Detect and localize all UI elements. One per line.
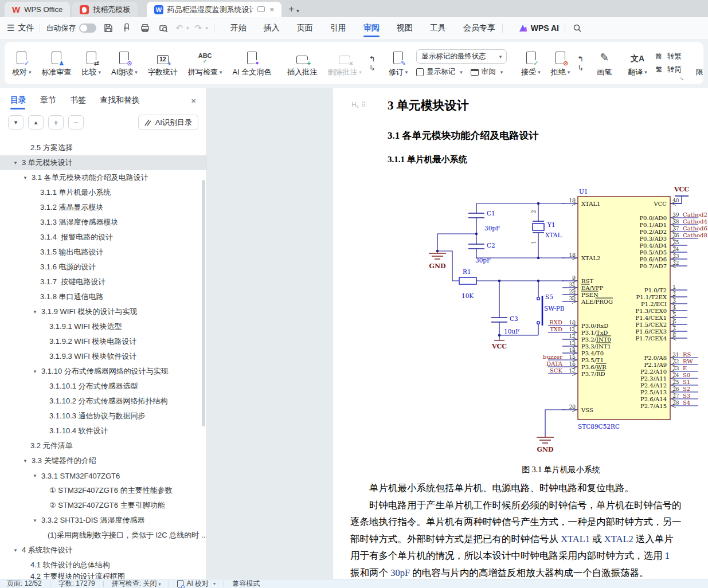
tab-wps-office[interactable]: W WPS Office — [5, 2, 70, 17]
file-menu-button[interactable]: ☰ 文件 — [7, 23, 34, 33]
ink-pen-button[interactable]: ✎ 画笔 — [592, 45, 617, 81]
expand-triangle-icon[interactable]: ▼ — [33, 369, 41, 374]
toc-item[interactable]: 3.1.4 报警电路的设计 — [0, 230, 206, 245]
tab-contents[interactable]: 目录 — [10, 89, 26, 112]
toc-item[interactable]: ▼3.1 各单元模块功能介绍及电路设计 — [0, 170, 206, 185]
undo-button[interactable]: ↶ — [175, 23, 183, 33]
toc-item[interactable]: 3.2 元件清单 — [0, 438, 206, 453]
menu-home[interactable]: 开始 — [229, 18, 248, 38]
toc-item[interactable]: ▼3.1.9 WIFI 模块的设计与实现 — [0, 304, 206, 319]
reject-button[interactable]: ⊘ 拒绝▾ — [546, 45, 576, 81]
toc-item[interactable]: 3.1.10.3 通信协议与数据同步 — [0, 409, 206, 424]
reviewing-pane-button[interactable]: 审阅▾ — [471, 67, 503, 77]
close-tab-icon[interactable]: × — [270, 5, 275, 14]
tab-list-chevron-icon[interactable]: ▾ — [296, 7, 299, 14]
toc-item[interactable]: 3.1.9.3 WIFI 模块软件设计 — [0, 349, 206, 364]
toc-item[interactable]: ▼3 单元模块设计 — [0, 155, 206, 170]
proofread-button[interactable]: ✓ 校对▾ — [7, 45, 37, 81]
next-comment-button[interactable]: ↳ — [369, 64, 375, 72]
toc-item[interactable]: ▼4 系统软件设计 — [0, 543, 206, 558]
wps-ai-button[interactable]: WPS AI — [519, 23, 559, 33]
ai-recognize-toc-button[interactable]: AI识别目录 — [138, 115, 198, 130]
standard-review-button[interactable]: ♟ 标准审查 — [37, 45, 77, 81]
toc-item[interactable]: 3.1.5 输出电路设计 — [0, 245, 206, 260]
expand-triangle-icon[interactable]: ▼ — [23, 458, 32, 464]
toc-item[interactable]: 4.1 软件设计的总体结构 — [0, 558, 206, 573]
menu-view[interactable]: 视图 — [396, 18, 414, 38]
menu-references[interactable]: 引用 — [329, 18, 347, 38]
autosave-toggle[interactable] — [79, 23, 96, 33]
expand-triangle-icon[interactable]: ▼ — [23, 175, 32, 181]
show-markup-button[interactable]: 显示标记▾ — [416, 67, 463, 77]
toc-item[interactable]: 3.1.2 液晶显示模块 — [0, 200, 206, 215]
toc-item[interactable]: ▼3.3.1 STM32F407ZGT6 — [0, 468, 206, 483]
expand-all-button[interactable]: ▾ — [8, 115, 24, 130]
undo-chevron-icon[interactable]: ▾ — [186, 25, 189, 31]
toc-item[interactable]: 4.2 主要模块的设计流程框图 — [0, 573, 206, 579]
spell-check-button[interactable]: ABC✓ 拼写检查▾ — [183, 45, 228, 81]
ai-polish-button[interactable]: ✦ AI 全文润色 — [227, 45, 276, 81]
demote-button[interactable]: − — [68, 115, 84, 130]
spell-check-status[interactable]: 拼写检查: 关闭▾ — [112, 579, 161, 588]
toc-item[interactable]: 3.1.8 串口通信电路 — [0, 289, 206, 304]
toc-item[interactable]: 3.1.9.1 WIFI 模块选型 — [0, 319, 206, 334]
expand-triangle-icon[interactable]: ▼ — [33, 309, 41, 315]
accept-button[interactable]: ✓ 接受▾ — [516, 45, 546, 81]
toc-item[interactable]: 2.5 方案选择 — [0, 140, 206, 155]
document-page[interactable]: H₁ ⠿ 3 单元模块设计 3.1 各单元模块功能介绍及电路设计 3.1.1 单… — [333, 88, 708, 579]
tab-find-replace[interactable]: 查找和替换 — [100, 89, 140, 112]
translate-button[interactable]: 文A 翻译▾ — [623, 45, 652, 81]
delete-comment-button[interactable]: × 删除批注▾ — [322, 45, 367, 81]
toc-item[interactable]: 3.1.10.1 分布式传感器选型 — [0, 379, 206, 394]
menu-page[interactable]: 页面 — [296, 18, 314, 38]
previous-change-button[interactable]: ↰ — [577, 55, 584, 62]
ai-proofread-status[interactable]: AI 校对▾ — [177, 579, 216, 588]
toc-item[interactable]: 3.1.3 温湿度传感器模块 — [0, 215, 206, 230]
next-change-button[interactable]: ↳ — [577, 64, 584, 72]
search-icon[interactable] — [571, 22, 584, 34]
drag-handle-icon[interactable]: ⠿ — [361, 101, 366, 109]
toc-item[interactable]: ▼3.3 关键器件的介绍 — [0, 453, 206, 468]
traditional-to-simplified-button[interactable]: 繁 转简 — [656, 65, 682, 75]
toc-item[interactable]: 3.1.9.2 WIFI 模块电路设计 — [0, 334, 206, 349]
promote-button[interactable]: + — [48, 115, 64, 130]
expand-triangle-icon[interactable]: ▼ — [13, 548, 22, 553]
toc-item[interactable]: 3.1.10.4 软件设计 — [0, 424, 206, 438]
compare-button[interactable]: ⇄ 比较▾ — [77, 45, 107, 81]
restrict-editing-button[interactable]: 限制编辑 — [691, 45, 703, 81]
toc-item[interactable]: 3.1.1 单片机最小系统 — [0, 185, 206, 200]
toc-item[interactable]: ② STM32F407ZGT6 主要引脚功能 — [0, 498, 206, 513]
menu-tools[interactable]: 工具 — [429, 18, 447, 38]
redo-button[interactable]: ↷ — [195, 23, 202, 33]
circuit-figure[interactable]: U1 STC89C52RC — [413, 178, 708, 461]
toc-item[interactable]: 3.1.10.2 分布式传感器网络拓扑结构 — [0, 394, 206, 409]
expand-triangle-icon[interactable]: ▼ — [33, 518, 41, 523]
menu-review[interactable]: 审阅 — [362, 18, 381, 38]
toc-item[interactable]: 3.1.7 按键电路设计 — [0, 275, 206, 289]
heading-block-controls[interactable]: H₁ ⠿ — [351, 101, 366, 109]
group-expand-icon[interactable]: ↘ — [679, 76, 684, 81]
toc-item[interactable]: ① STM32F407ZGT6 的主要性能参数 — [0, 483, 206, 498]
print-button[interactable] — [139, 22, 151, 34]
previous-comment-button[interactable]: ↰ — [369, 55, 375, 62]
simplified-to-traditional-button[interactable]: 简 转繁 — [656, 52, 682, 61]
print-preview-button[interactable] — [157, 22, 170, 34]
toc-item[interactable]: 3.1.6 电源的设计 — [0, 260, 206, 275]
sidebar-scrollbar[interactable] — [202, 180, 205, 426]
expand-triangle-icon[interactable]: ▼ — [33, 473, 41, 479]
enter-fullscreen-icon[interactable] — [257, 6, 265, 12]
redo-chevron-icon[interactable]: ▾ — [205, 25, 208, 31]
close-sidebar-icon[interactable]: × — [191, 96, 196, 105]
toc-item[interactable]: ▼3.3.2 SHT31-DIS 温湿度传感器 — [0, 513, 206, 528]
collapse-all-button[interactable]: ▴ — [28, 115, 44, 130]
tab-chapters[interactable]: 章节 — [40, 89, 56, 112]
toc-item[interactable]: (1)采用两线制数字接口，类似于 I2C 总线的时 ... — [0, 528, 206, 543]
menu-insert[interactable]: 插入 — [263, 18, 281, 38]
tab-document[interactable]: W 药品柜温湿度监测系统设计 毕 × — [147, 2, 281, 17]
insert-comment-button[interactable]: + 插入批注 — [282, 45, 322, 81]
menu-member[interactable]: 会员专享 — [462, 18, 496, 38]
export-pdf-button[interactable] — [120, 22, 133, 34]
toc-item[interactable]: ▼3.1.10 分布式传感器网络的设计与实现 — [0, 364, 206, 379]
new-tab-button[interactable]: + — [288, 3, 294, 15]
word-count-button[interactable]: 12+ 字数统计 — [143, 45, 183, 81]
